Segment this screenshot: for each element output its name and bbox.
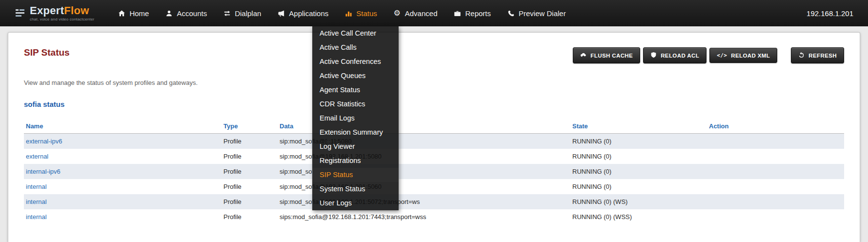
column-header-type[interactable]: Type — [222, 119, 278, 134]
brand-icon — [15, 8, 25, 19]
nav-item-reports[interactable]: Reports — [453, 9, 491, 18]
brand-name-primary: Expert — [30, 4, 64, 17]
nav-item-label: Advanced — [405, 9, 438, 18]
card-header: SIP Status FLUSH CACHE RELOAD ACL </> RE… — [24, 47, 844, 63]
data-cell: sips:mod_sofia@192.168.1.201:7443;transp… — [278, 209, 570, 224]
column-header-state[interactable]: State — [570, 119, 707, 134]
menu-item-sip-status[interactable]: SIP Status — [312, 168, 399, 182]
profile-name-cell: external — [24, 149, 222, 164]
table-row: internal Profile sips:mod_sofia@192.168.… — [24, 209, 844, 224]
nav-item-applications[interactable]: Applications — [277, 9, 328, 18]
sofia-status-table: Name Type Data State Action external-ipv… — [24, 119, 844, 224]
bar-chart-icon — [344, 9, 352, 17]
type-cell: Profile — [222, 164, 278, 179]
profile-link[interactable]: internal-ipv6 — [26, 168, 61, 175]
type-cell: Profile — [222, 209, 278, 224]
profile-name-cell: internal — [24, 209, 222, 224]
table-header-row: Name Type Data State Action — [24, 119, 844, 134]
action-cell — [707, 194, 844, 209]
menu-item-log-viewer[interactable]: Log Viewer — [312, 140, 399, 154]
menu-item-active-queues[interactable]: Active Queues — [312, 69, 399, 83]
transfer-arrows-icon — [223, 9, 231, 17]
refresh-label: REFRESH — [808, 53, 837, 59]
brand-logo[interactable]: ExpertFlow chat, voice and video contact… — [15, 5, 94, 21]
reload-xml-label: RELOAD XML — [731, 53, 770, 59]
column-header-action[interactable]: Action — [707, 119, 844, 134]
menu-item-active-calls[interactable]: Active Calls — [312, 40, 399, 55]
table-row: internal Profile sip:mod_sofia@192.168.1… — [24, 194, 844, 209]
column-header-name[interactable]: Name — [24, 119, 222, 134]
state-cell: RUNNING (0) — [570, 134, 707, 149]
menu-item-active-conferences[interactable]: Active Conferences — [312, 55, 399, 69]
type-cell: Profile — [222, 134, 278, 149]
nav-item-dialplan[interactable]: Dialplan — [223, 9, 261, 18]
nav-item-label: Dialplan — [235, 9, 261, 18]
nav-item-label: Status — [356, 9, 377, 18]
nav-item-label: Preview Dialer — [519, 9, 566, 18]
menu-item-extension-summary[interactable]: Extension Summary — [312, 125, 399, 140]
reload-acl-button[interactable]: RELOAD ACL — [643, 47, 707, 63]
brand-tagline: chat, voice and video contactcenter — [30, 18, 94, 21]
state-cell: RUNNING (0) — [570, 179, 707, 194]
profile-link[interactable]: internal — [26, 198, 47, 205]
nav-item-home[interactable]: Home — [118, 9, 149, 18]
megaphone-icon — [277, 9, 285, 17]
profile-link[interactable]: internal — [26, 213, 47, 221]
refresh-icon — [798, 52, 805, 59]
action-cell — [707, 179, 844, 194]
main-nav: Home Accounts Dialplan Applications Stat… — [118, 9, 565, 18]
type-cell: Profile — [222, 149, 278, 164]
flush-cache-button[interactable]: FLUSH CACHE — [573, 47, 640, 63]
nav-item-status[interactable]: Status — [344, 9, 377, 18]
nav-item-accounts[interactable]: Accounts — [165, 9, 207, 18]
user-icon — [165, 9, 173, 17]
profile-link[interactable]: internal — [26, 183, 47, 190]
reload-acl-label: RELOAD ACL — [661, 53, 699, 59]
nav-item-label: Reports — [465, 9, 491, 18]
shield-icon — [650, 52, 657, 59]
page-title: SIP Status — [24, 47, 70, 58]
nav-item-label: Home — [129, 9, 149, 18]
nav-item-advanced[interactable]: ⚙ Advanced — [393, 9, 438, 18]
page-description: View and manage the status of system pro… — [24, 79, 844, 86]
profile-name-cell: external-ipv6 — [24, 134, 222, 149]
profile-name-cell: internal — [24, 179, 222, 194]
flush-cache-icon — [580, 52, 586, 59]
status-dropdown-menu: Active Call Center Active Calls Active C… — [312, 26, 399, 210]
brand-name: ExpertFlow — [30, 5, 94, 16]
type-cell: Profile — [222, 194, 278, 209]
code-icon: </> — [717, 52, 727, 59]
menu-item-cdr-statistics[interactable]: CDR Statistics — [312, 97, 399, 111]
menu-item-user-logs[interactable]: User Logs — [312, 196, 399, 210]
menu-item-email-logs[interactable]: Email Logs — [312, 111, 399, 125]
section-heading: sofia status — [24, 100, 844, 108]
refresh-button[interactable]: REFRESH — [791, 47, 844, 63]
state-cell: RUNNING (0) (WSS) — [570, 209, 707, 224]
table-row: external-ipv6 Profile sip:mod_sofia@[::1… — [24, 134, 844, 149]
nav-item-label: Applications — [289, 9, 328, 18]
nav-item-preview-dialer[interactable]: Preview Dialer — [507, 9, 566, 18]
table-row: external Profile sip:mod_sofia@192.168.1… — [24, 149, 844, 164]
table-row: internal-ipv6 Profile sip:mod_sofia@[::1… — [24, 164, 844, 179]
menu-item-registrations[interactable]: Registrations — [312, 154, 399, 168]
profile-name-cell: internal — [24, 194, 222, 209]
state-cell: RUNNING (0) — [570, 149, 707, 164]
state-cell: RUNNING (0) — [570, 164, 707, 179]
menu-item-agent-status[interactable]: Agent Status — [312, 83, 399, 97]
action-cell — [707, 209, 844, 224]
toolbar: FLUSH CACHE RELOAD ACL </> RELOAD XML RE… — [573, 47, 844, 63]
home-icon — [118, 9, 125, 17]
table-row: internal Profile sip:mod_sofia@192.168.1… — [24, 179, 844, 194]
gear-icon: ⚙ — [393, 9, 401, 17]
nav-item-label: Accounts — [177, 9, 207, 18]
profile-link[interactable]: external — [26, 153, 48, 160]
top-navbar: ExpertFlow chat, voice and video contact… — [0, 0, 868, 26]
menu-item-active-call-center[interactable]: Active Call Center — [312, 26, 399, 40]
reload-xml-button[interactable]: </> RELOAD XML — [709, 48, 777, 63]
phone-icon — [507, 9, 515, 17]
type-cell: Profile — [222, 179, 278, 194]
action-cell — [707, 134, 844, 149]
action-cell — [707, 164, 844, 179]
profile-link[interactable]: external-ipv6 — [26, 138, 62, 145]
menu-item-system-status[interactable]: System Status — [312, 182, 399, 196]
